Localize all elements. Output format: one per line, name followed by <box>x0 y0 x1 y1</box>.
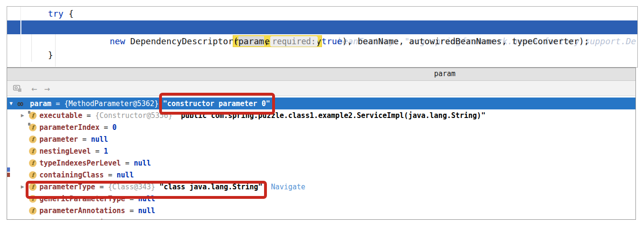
variable-name: parameterIndex <box>39 123 99 132</box>
stripe-mark-blue <box>7 167 10 172</box>
equals-sign: = <box>104 171 116 179</box>
field-icon-glyph: f <box>31 207 34 214</box>
type-reference: {MethodParameter@5362} <box>64 99 159 108</box>
field-icon: f <box>29 219 37 220</box>
field-icon: f <box>29 112 37 119</box>
field-icon-glyph: f <box>31 184 34 190</box>
code-text: DependencyDescriptor( <box>125 36 238 46</box>
variable-value: 1 <box>104 147 108 156</box>
field-icon-glyph: f <box>31 219 34 220</box>
debugger-screenshot: try { return this.beanFactory.resolveDep… <box>0 0 644 235</box>
variable-value: "class java.lang.String" <box>160 183 263 191</box>
field-icon: f <box>29 183 37 191</box>
tree-row-containingClass[interactable]: f containingClass = null <box>7 169 635 181</box>
variable-name: containingClass <box>39 171 104 179</box>
equals-sign: = <box>121 159 134 167</box>
param-identifier-highlight: param <box>238 36 264 46</box>
field-icon-glyph: f <box>31 196 34 202</box>
code-line-try[interactable]: try { <box>7 7 637 20</box>
tree-row-nestingLevel[interactable]: f nestingLevel = 1 <box>7 145 635 157</box>
variable-name: parameterType <box>39 183 95 191</box>
type-reference: {Class@343} <box>108 183 155 191</box>
keyword-new: new <box>110 36 125 46</box>
equals-sign: = <box>99 123 112 132</box>
variable-name: parameterAnnotations <box>39 206 125 215</box>
annotation-box-parameter-type: f parameterType = {Class@343} "class jav… <box>29 183 263 191</box>
equals-sign: = <box>51 99 64 108</box>
variable-name: executable <box>39 111 82 120</box>
variable-name: genericParameterType <box>39 195 125 203</box>
variable-value: "public com.spring.puzzle.class1.example… <box>177 111 485 120</box>
code-editor: try { return this.beanFactory.resolveDep… <box>7 6 638 68</box>
inspect-icon[interactable] <box>13 84 22 93</box>
variable-value: null <box>138 206 155 215</box>
code-line-descriptor[interactable]: new DependencyDescriptor(param,required:… <box>7 34 637 48</box>
required-parameter-hint: required: <box>270 36 318 47</box>
variable-value: null <box>138 195 155 203</box>
field-icon-glyph: f <box>31 136 34 143</box>
equals-sign: = <box>138 218 151 220</box>
back-arrow-icon[interactable]: ← <box>31 84 37 93</box>
inspector-title: param <box>434 69 455 78</box>
forward-arrow-icon[interactable]: → <box>44 84 50 93</box>
field-icon-glyph: f <box>31 160 34 166</box>
variable-value: null <box>134 159 151 167</box>
field-icon: f <box>29 124 37 131</box>
equals-sign: = <box>91 147 104 156</box>
stripe-mark-red <box>7 173 10 177</box>
field-icon: f <box>29 159 37 167</box>
code-text: ), beanName, autowiredBeanNames, typeCon… <box>342 36 589 46</box>
variable-value: null <box>117 171 134 179</box>
field-icon: f <box>29 207 37 215</box>
tree-row-parameterAnnotations[interactable]: f parameterAnnotations = null <box>7 205 635 216</box>
equals-sign: = <box>125 206 138 215</box>
field-icon: f <box>29 136 37 143</box>
clipped-row[interactable]: f parameterNameDiscoverer = null <box>7 216 635 219</box>
variable-name: nestingLevel <box>39 147 91 156</box>
tree-row-parameter[interactable]: f parameter = null <box>7 133 635 145</box>
annotation-box-constructor-parameter: "constructor parameter 0" <box>163 99 270 108</box>
navigate-link[interactable]: Navigate <box>271 183 305 191</box>
tree-row-param[interactable]: ▼ ∞ param = {MethodParameter@5362} "cons… <box>7 98 635 109</box>
variable-name: typeIndexesPerLevel <box>39 159 121 167</box>
open-brace: { <box>68 9 74 19</box>
variable-value: null <box>91 135 108 144</box>
equals-sign: = <box>78 135 91 144</box>
code-line-close-brace[interactable]: } <box>7 48 637 62</box>
gutter-divider <box>20 20 21 34</box>
code-text: , <box>264 36 269 46</box>
tree-row-typeIndexesPerLevel[interactable]: f typeIndexesPerLevel = null <box>7 157 635 169</box>
equals-sign: = <box>82 111 95 120</box>
field-icon-glyph: f <box>31 124 34 131</box>
execution-line[interactable]: return this.beanFactory.resolveDependenc… <box>7 20 637 34</box>
variable-name: parameterNameDiscoverer <box>39 218 138 220</box>
inspector-toolbar: ← → <box>7 81 635 96</box>
inspect-popup: param ← → ▼ ∞ param = {MethodParameter@5… <box>7 68 636 220</box>
tree-row-parameterNameDiscoverer[interactable]: f parameterNameDiscoverer = null <box>7 216 635 219</box>
tree-row-genericParameterType[interactable]: f genericParameterType = null <box>7 193 635 205</box>
watch-variable-icon: ∞ <box>18 99 30 108</box>
variables-tree: ▼ ∞ param = {MethodParameter@5362} "cons… <box>7 96 635 219</box>
collapse-arrow-icon[interactable]: ▼ <box>9 100 18 107</box>
field-icon-glyph: f <box>31 172 34 178</box>
tree-row-executable[interactable]: ▶ f executable = {Constructor@5356} "pub… <box>7 109 635 121</box>
field-icon-glyph: f <box>31 112 34 119</box>
equals-sign: = <box>95 183 108 191</box>
expand-arrow-icon[interactable]: ▶ <box>21 184 29 190</box>
type-reference: {Constructor@5356} <box>95 111 172 120</box>
variable-name: param <box>30 99 51 108</box>
field-icon: f <box>29 171 37 179</box>
tree-row-parameterType[interactable]: ▶ f parameterType = {Class@343} "class j… <box>7 181 635 193</box>
variable-value: null <box>151 218 168 220</box>
equals-sign: = <box>125 195 138 203</box>
inspector-header: param <box>7 68 635 81</box>
variable-value: 0 <box>113 123 117 132</box>
close-brace: } <box>48 50 53 60</box>
field-icon: f <box>29 147 37 155</box>
field-icon-glyph: f <box>31 148 34 155</box>
tree-row-parameterIndex[interactable]: f parameterIndex = 0 <box>7 121 635 133</box>
variable-value: "constructor parameter 0" <box>163 99 270 108</box>
field-icon: f <box>29 195 37 203</box>
keyword-try: try <box>48 9 68 19</box>
variable-name: parameter <box>39 135 78 144</box>
